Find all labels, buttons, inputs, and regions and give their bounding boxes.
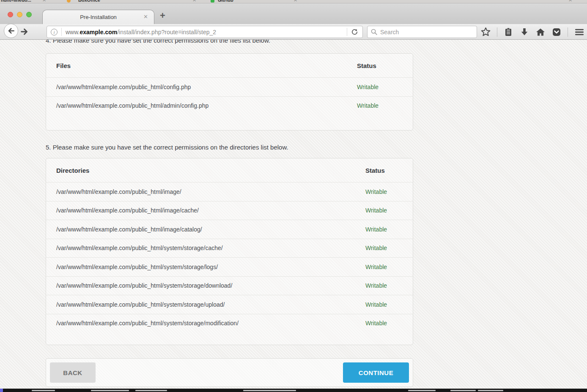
- info-circle-icon[interactable]: i: [51, 29, 58, 35]
- navigation-toolbar: i www.example.com/install/index.php?rout…: [0, 24, 587, 40]
- status-badge: Writable: [365, 207, 403, 214]
- status-badge: Writable: [365, 320, 403, 327]
- page-content: 4. Please make sure you have set the cor…: [0, 40, 587, 389]
- directory-path: /var/www/html/example.com/public_html/sy…: [56, 301, 365, 308]
- status-badge: Writable: [365, 245, 403, 251]
- step-5-heading: 5. Please make sure you have set the cor…: [46, 143, 413, 152]
- table-header-row: Directories Status: [46, 158, 413, 182]
- minimize-window-button[interactable]: [17, 12, 22, 17]
- close-icon: ✕: [192, 0, 196, 3]
- wizard-buttons-bar: BACK CONTINUE: [46, 358, 413, 387]
- back-step-button[interactable]: BACK: [50, 362, 96, 383]
- background-tab-label: BoxOffice: [78, 0, 100, 3]
- url-text: www.example.com/install/index.php?route=…: [66, 29, 343, 35]
- url-bar[interactable]: i www.example.com/install/index.php?rout…: [47, 26, 363, 38]
- zoom-window-button[interactable]: [26, 12, 32, 17]
- terminal-fragment: [0, 389, 3, 392]
- table-row: /var/www/html/example.com/public_html/sy…: [46, 257, 413, 276]
- status-badge: Writable: [365, 301, 403, 308]
- reload-button[interactable]: [351, 28, 362, 35]
- background-tab-label: GitHub: [218, 0, 233, 3]
- status-badge: Writable: [365, 282, 403, 289]
- back-button[interactable]: [4, 24, 18, 38]
- table-row: /var/www/html/example.com/public_html/im…: [46, 220, 413, 239]
- bookmark-star-button[interactable]: [480, 27, 491, 37]
- divider: [347, 28, 347, 36]
- terminal-fragment: [408, 390, 436, 391]
- status-column-header: Status: [365, 167, 403, 174]
- search-box: [367, 26, 477, 38]
- table-row: /var/www/html/example.com/public_html/im…: [46, 182, 413, 201]
- divider: [568, 27, 568, 37]
- reload-icon: [351, 28, 358, 35]
- new-tab-button[interactable]: +: [160, 11, 165, 20]
- status-badge: Writable: [357, 84, 403, 90]
- terminal-fragment: [91, 390, 129, 391]
- directory-path: /var/www/html/example.com/public_html/sy…: [56, 264, 365, 270]
- menu-hamburger-button[interactable]: [574, 27, 585, 38]
- install-container: 4. Please make sure you have set the cor…: [46, 40, 413, 387]
- panel-padding: [46, 115, 413, 130]
- directory-path: /var/www/html/example.com/public_html/im…: [56, 188, 365, 195]
- tab-title: Pre-Installation: [80, 14, 117, 20]
- firefox-window: hunt=linedo... ✕ BoxOffice ✕ GitHub ✕ ✕ …: [0, 0, 587, 392]
- terminal-fragment: [135, 390, 167, 391]
- tab-bar: Pre-Installation ✕ +: [0, 3, 587, 24]
- directories-panel: Directories Status /var/www/html/example…: [46, 158, 413, 345]
- terminal-fragment: [243, 390, 296, 391]
- bookmarks-clipboard-button[interactable]: [503, 27, 513, 37]
- files-column-header: Files: [56, 62, 357, 69]
- close-tab-icon[interactable]: ✕: [143, 14, 148, 20]
- arrow-right-icon: [20, 27, 29, 36]
- table-row: /var/www/html/example.com/public_html/sy…: [46, 239, 413, 258]
- downloads-button[interactable]: [519, 27, 529, 37]
- search-input[interactable]: [367, 26, 477, 38]
- continue-button[interactable]: CONTINUE: [343, 362, 409, 383]
- directory-path: /var/www/html/example.com/public_html/im…: [56, 207, 365, 214]
- background-terminal-strip: [0, 389, 587, 392]
- files-panel: Files Status /var/www/html/example.com/p…: [46, 53, 413, 131]
- file-path: /var/www/html/example.com/public_html/co…: [56, 84, 357, 90]
- panel-padding: [46, 332, 413, 345]
- terminal-fragment: [450, 390, 476, 391]
- boxoffice-favicon-icon: [67, 0, 71, 3]
- directories-column-header: Directories: [56, 167, 365, 174]
- url-path: /install/index.php?route=install/step_2: [117, 29, 216, 35]
- directory-path: /var/www/html/example.com/public_html/sy…: [56, 245, 365, 251]
- directory-path: /var/www/html/example.com/public_html/sy…: [56, 282, 365, 289]
- background-window-tabstrip[interactable]: hunt=linedo... ✕ BoxOffice ✕ GitHub ✕ ✕: [0, 0, 587, 3]
- toolbar-icons: [480, 24, 585, 40]
- tab-pre-installation[interactable]: Pre-Installation ✕: [42, 10, 154, 24]
- file-path: /var/www/html/example.com/public_html/ad…: [56, 102, 357, 109]
- terminal-fragment: [32, 390, 55, 391]
- url-prefix: www.: [66, 29, 80, 35]
- arrow-left-icon: [7, 27, 15, 35]
- url-domain: example.com: [80, 29, 117, 35]
- terminal-fragment: [478, 390, 503, 391]
- forward-button[interactable]: [20, 27, 29, 36]
- status-badge: Writable: [365, 264, 403, 270]
- status-badge: Writable: [357, 102, 403, 109]
- divider: [61, 28, 62, 36]
- close-icon: ✕: [568, 0, 572, 3]
- window-controls: [8, 12, 32, 17]
- table-row: /var/www/html/example.com/public_html/sy…: [46, 314, 413, 333]
- table-header-row: Files Status: [46, 54, 413, 77]
- status-badge: Writable: [365, 226, 403, 233]
- close-window-button[interactable]: [8, 12, 13, 17]
- table-row: /var/www/html/example.com/public_html/ad…: [46, 96, 413, 115]
- home-button[interactable]: [535, 27, 546, 37]
- directory-path: /var/www/html/example.com/public_html/sy…: [56, 320, 365, 327]
- step-4-heading: 4. Please make sure you have set the cor…: [46, 40, 413, 45]
- divider: [497, 27, 497, 37]
- status-badge: Writable: [365, 188, 403, 195]
- table-row: /var/www/html/example.com/public_html/co…: [46, 77, 413, 96]
- close-icon: ✕: [42, 0, 46, 3]
- directory-path: /var/www/html/example.com/public_html/im…: [56, 226, 365, 233]
- close-icon: ✕: [294, 0, 297, 3]
- github-favicon-icon: [211, 0, 214, 3]
- background-tab-label: hunt=linedo...: [1, 0, 31, 3]
- status-column-header: Status: [357, 62, 403, 69]
- table-row: /var/www/html/example.com/public_html/sy…: [46, 276, 413, 295]
- pocket-button[interactable]: [551, 27, 562, 37]
